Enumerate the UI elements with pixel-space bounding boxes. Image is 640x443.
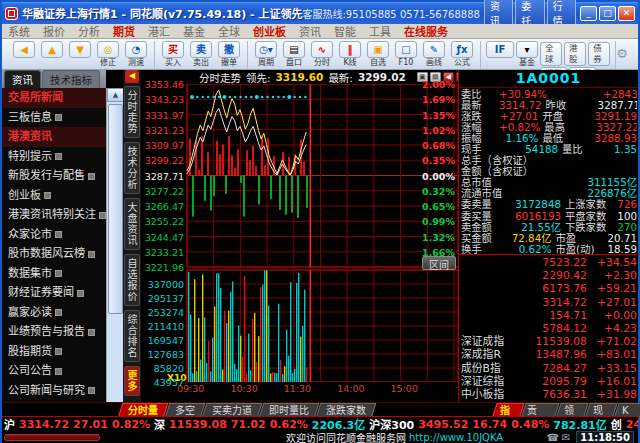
formula-button[interactable]: ƒx公式	[449, 41, 475, 69]
menu-item[interactable]: 创业板	[253, 23, 286, 39]
status-segment: 16.74	[472, 418, 507, 431]
field-value: 226876亿	[587, 188, 637, 199]
kline-button[interactable]: ‖K线	[337, 41, 363, 69]
toolbar-market-group: IF ▾基金 全球港股债券 期货外汇	[481, 41, 616, 69]
speed-test-button[interactable]: ◔测速	[123, 41, 149, 69]
menu-item[interactable]: 在线服务	[404, 23, 448, 39]
buy-button[interactable]: 买买入	[160, 41, 186, 69]
market-pills: 全球港股债券 期货外汇	[540, 41, 610, 69]
sidebar-item[interactable]: 交易所新闻	[2, 88, 106, 108]
popout-arrow-icon[interactable]: ◀	[125, 70, 139, 83]
sidebar-item[interactable]: 业绩预告与报告	[2, 322, 106, 342]
quote-row: 总市值311155亿	[461, 177, 637, 188]
down-button[interactable]: ▼	[67, 41, 93, 69]
menu-item[interactable]: 分析	[78, 23, 100, 39]
table-row[interactable]: 3314.72+27.01	[461, 296, 637, 309]
fund-dropdown-button[interactable]: ▾基金	[516, 41, 538, 69]
pill-button-全球[interactable]: 全球	[540, 42, 562, 66]
website-link[interactable]: http://www.10JQKA	[409, 432, 503, 443]
sidebar-scrollbar[interactable]: ▲ ▼	[106, 88, 123, 416]
fenshi-button[interactable]: ∿分时	[309, 41, 335, 69]
menu-item[interactable]: 资讯	[299, 23, 321, 39]
table-row[interactable]: 6173.76+59.21	[461, 282, 637, 295]
field-label: 最高	[544, 122, 596, 133]
table-row[interactable]: 深证综指2095.79+16.01	[461, 375, 637, 388]
sidebar-tab[interactable]: 技术指标	[42, 70, 100, 88]
price-tick: 3221.96	[141, 263, 184, 272]
back-button[interactable]: ◀	[11, 41, 37, 69]
titlebar[interactable]: 华融证券上海行情1 - 同花顺(v7.75.49.18) - 上证领先 客服热线…	[2, 2, 638, 24]
maximize-button[interactable]: □	[599, 6, 616, 21]
table-row[interactable]: 中小板指7636.31+31.98	[461, 388, 637, 401]
draw-button[interactable]: ✎画线	[421, 41, 447, 69]
field-label: 上涨家数	[565, 199, 617, 210]
table-row[interactable]: 2290.42+2.30	[461, 269, 637, 282]
table-row[interactable]: 7523.22+34.54	[461, 256, 637, 269]
volume-tick: 253274	[141, 308, 184, 317]
message-icon[interactable]: ✉	[562, 432, 570, 443]
percent-tick: 0.99%	[422, 217, 455, 226]
menu-item[interactable]: 系统	[8, 23, 30, 39]
table-row[interactable]: 成份B指7284.27+33.15	[461, 362, 637, 375]
sidebar-item[interactable]: 港澳资讯特别关注	[2, 205, 106, 225]
menu-item[interactable]: 智能	[334, 23, 356, 39]
period-icon: ◷▾	[255, 41, 277, 58]
sidebar-tab[interactable]: 资讯	[4, 70, 41, 88]
sell-button[interactable]: 卖卖出	[188, 41, 214, 69]
volume-tick: 169547	[141, 336, 184, 345]
vertical-tab[interactable]: 自选报价	[124, 254, 140, 306]
sidebar-item[interactable]: 数据集市	[2, 264, 106, 284]
sidebar-item[interactable]: 公司公告	[2, 361, 106, 381]
pill-button-港股[interactable]: 港股	[564, 42, 586, 66]
sidebar-item[interactable]: 港澳资讯	[2, 127, 106, 147]
price-tick: 3353.46	[141, 80, 184, 89]
sidebar-item[interactable]: 众家论市	[2, 225, 106, 245]
scrollbar-thumb[interactable]	[108, 104, 123, 314]
field-label	[535, 177, 587, 188]
field-value: 100	[617, 211, 637, 222]
menu-item[interactable]: 期货	[113, 23, 135, 39]
menu-item[interactable]: 报价	[43, 23, 65, 39]
close-button[interactable]: ✕	[618, 6, 635, 21]
minimize-button[interactable]: _	[580, 6, 597, 21]
index-code[interactable]: 1A0001	[459, 70, 638, 88]
table-row[interactable]: 深证成指11539.08+71.02	[461, 335, 637, 348]
watchlist-button[interactable]: ▣自选	[365, 41, 391, 69]
menu-item[interactable]: 基金	[183, 23, 205, 39]
vertical-tab[interactable]: 技术分析	[124, 142, 140, 194]
sidebar-item[interactable]: 公司新闻与研究	[2, 381, 106, 401]
cancel-order-button[interactable]: 撤撤单	[216, 41, 242, 69]
scroll-up-icon[interactable]: ▲	[107, 88, 124, 102]
f10-button[interactable]: □F10	[393, 41, 419, 69]
range-button[interactable]: 区间	[422, 256, 456, 270]
field-value	[499, 177, 531, 188]
sidebar-item[interactable]: 特别提示	[2, 147, 106, 167]
table-row[interactable]: 深成指R13487.96+83.01	[461, 348, 637, 361]
menu-item[interactable]: 全球	[218, 23, 240, 39]
sidebar-item[interactable]: 三板信息	[2, 108, 106, 128]
menu-item[interactable]: 工具	[369, 23, 391, 39]
menu-item[interactable]: 港汇	[148, 23, 170, 39]
pill-button-债券[interactable]: 债券	[588, 42, 610, 66]
sidebar-item[interactable]: 股市数据风云榜	[2, 244, 106, 264]
up-button[interactable]: ▲	[39, 41, 65, 69]
vertical-tab[interactable]: 综合排名	[124, 310, 140, 362]
if-futures-button[interactable]: IF	[486, 41, 514, 69]
period-button[interactable]: ◷▾周期	[253, 41, 279, 69]
pankou-button[interactable]: ▤盘口	[281, 41, 307, 69]
sidebar-item[interactable]: 股指期货	[2, 342, 106, 362]
sidebar-item[interactable]: 赢家必读	[2, 303, 106, 323]
table-row[interactable]: 5784.12+4.23	[461, 322, 637, 335]
status-segment: 0.48%	[511, 418, 549, 431]
sidebar-item[interactable]: 新股发行与配售	[2, 166, 106, 186]
phone-icon[interactable]: ☎	[546, 432, 558, 443]
correct-button[interactable]: ◎修正	[95, 41, 121, 69]
vertical-tab[interactable]: 分时走势	[124, 86, 140, 138]
vertical-tab[interactable]: 大盘资讯	[124, 198, 140, 250]
gear-icon[interactable]: ⚙	[616, 41, 628, 67]
item-mark-icon	[55, 231, 62, 238]
table-row[interactable]: 154.71+0.00	[461, 309, 637, 322]
sidebar-item[interactable]: 创业板	[2, 186, 106, 206]
sidebar-item[interactable]: 财经证券要闻	[2, 283, 106, 303]
vertical-tab-more[interactable]: 更多	[124, 366, 140, 396]
